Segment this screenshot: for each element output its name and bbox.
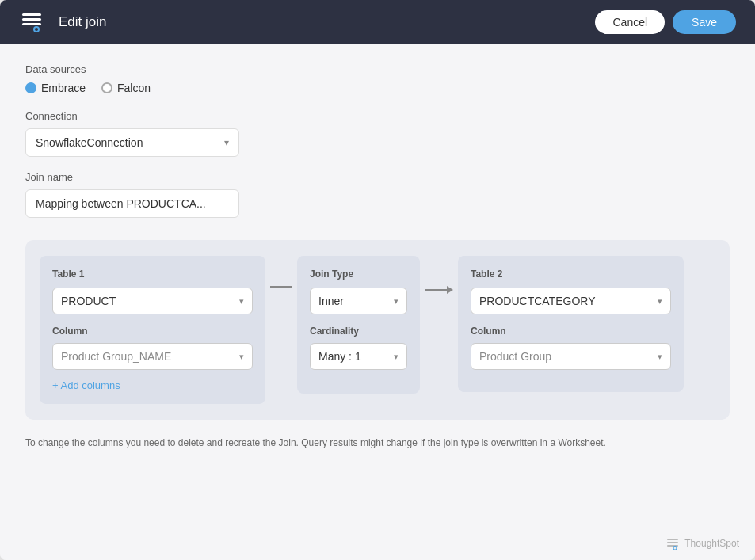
connection-dropdown[interactable]: SnowflakeConnection ▾ [25, 128, 239, 157]
h-line-left [270, 286, 292, 288]
table2-chevron-icon: ▾ [658, 296, 662, 307]
radio-embrace[interactable]: Embrace [25, 82, 86, 94]
svg-rect-6 [667, 542, 678, 543]
h-line-right [425, 289, 447, 291]
logo-icon [19, 10, 44, 35]
cardinality-label: Cardinality [310, 326, 407, 337]
table2-column-value: Product Group [479, 350, 551, 363]
join-type-select[interactable]: Inner ▾ [310, 288, 407, 314]
table1-card: Table 1 PRODUCT ▾ Column Product Group_N… [40, 256, 265, 404]
join-type-chevron-icon: ▾ [394, 296, 398, 307]
data-sources-row: Embrace Falcon [25, 82, 730, 94]
connection-label: Connection [25, 110, 730, 122]
embrace-label: Embrace [41, 82, 86, 94]
svg-point-4 [35, 28, 38, 31]
join-type-label: Join Type [310, 269, 407, 280]
data-sources-label: Data sources [25, 63, 730, 75]
right-connector [420, 286, 458, 294]
join-name-section: Join name [25, 171, 730, 218]
thoughtspot-logo-icon [665, 536, 680, 550]
table1-chevron-icon: ▾ [239, 296, 244, 307]
svg-rect-0 [22, 13, 41, 16]
svg-rect-5 [667, 539, 678, 540]
join-type-card: Join Type Inner ▾ Cardinality Many : 1 ▾ [297, 256, 420, 394]
connector-line-left [270, 286, 292, 288]
cardinality-value: Many : 1 [318, 350, 361, 363]
falcon-label: Falcon [117, 82, 151, 94]
table2-column-label: Column [471, 326, 671, 337]
cardinality-chevron-icon: ▾ [394, 352, 398, 362]
table2-column-select[interactable]: Product Group ▾ [471, 343, 671, 370]
table2-value: PRODUCTCATEGORY [479, 295, 596, 307]
table1-column-label: Column [52, 326, 253, 337]
save-button[interactable]: Save [673, 10, 736, 34]
table1-column-select[interactable]: Product Group_NAME ▾ [52, 343, 253, 370]
header: Edit join Cancel Save [0, 0, 755, 44]
connector-line-right [425, 286, 453, 294]
table1-select[interactable]: PRODUCT ▾ [52, 288, 253, 314]
join-name-input[interactable] [25, 189, 239, 218]
brand-footer: ThoughtSpot [665, 536, 739, 550]
add-columns-button[interactable]: + Add columns [52, 379, 253, 391]
table1-column-value: Product Group_NAME [61, 350, 171, 363]
radio-embrace-circle [25, 82, 36, 93]
brand-name: ThoughtSpot [684, 538, 739, 549]
table2-select[interactable]: PRODUCTCATEGORY ▾ [471, 288, 671, 314]
left-connector [265, 286, 297, 288]
svg-point-9 [674, 547, 677, 550]
radio-falcon[interactable]: Falcon [101, 82, 151, 94]
page-title: Edit join [59, 14, 595, 30]
info-text: To change the columns you need to delete… [25, 436, 730, 450]
table1-label: Table 1 [52, 269, 253, 280]
connection-value: SnowflakeConnection [36, 136, 143, 149]
table1-col-chevron-icon: ▾ [239, 352, 244, 362]
join-builder: Table 1 PRODUCT ▾ Column Product Group_N… [25, 240, 730, 420]
content-area: Data sources Embrace Falcon Connection S… [0, 44, 755, 560]
cardinality-select[interactable]: Many : 1 ▾ [310, 343, 407, 370]
main-window: Edit join Cancel Save Data sources Embra… [0, 0, 755, 560]
svg-rect-2 [22, 23, 41, 25]
connection-section: Connection SnowflakeConnection ▾ [25, 110, 730, 157]
chevron-down-icon: ▾ [224, 137, 229, 148]
join-name-label: Join name [25, 171, 730, 183]
table2-col-chevron-icon: ▾ [658, 352, 662, 362]
table2-label: Table 2 [471, 269, 671, 280]
join-type-value: Inner [318, 295, 344, 307]
table1-value: PRODUCT [61, 295, 116, 307]
cancel-button[interactable]: Cancel [595, 10, 665, 34]
data-sources-section: Data sources Embrace Falcon [25, 63, 730, 94]
table2-card: Table 2 PRODUCTCATEGORY ▾ Column Product… [458, 256, 684, 392]
svg-rect-1 [22, 18, 41, 21]
arrow-right-icon [447, 286, 453, 294]
header-actions: Cancel Save [595, 10, 736, 34]
logo [19, 10, 44, 35]
radio-falcon-circle [101, 82, 112, 93]
